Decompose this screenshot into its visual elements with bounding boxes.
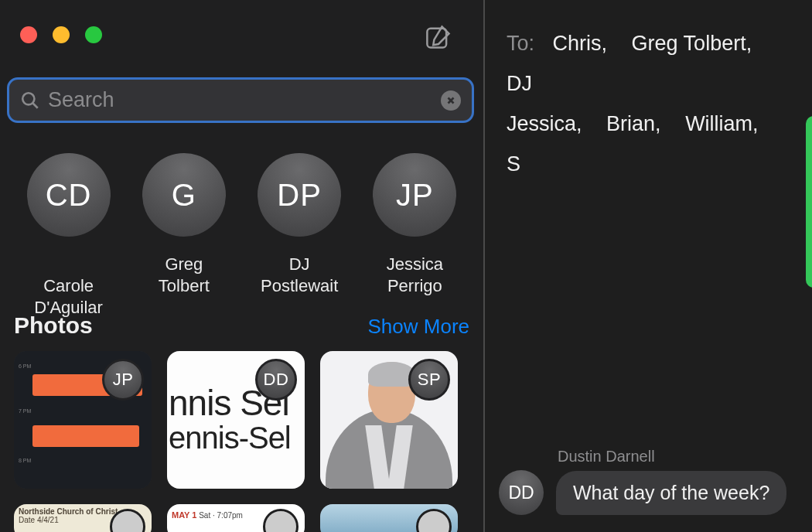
photos-grid: 6 PM 7 PM 8 PM JP nnis Sel ennis-Sel DD [14, 351, 469, 532]
photo-tile[interactable]: MAY 1 Sat · 7:07pm [167, 504, 305, 532]
photo-tile[interactable]: 6 PM 7 PM 8 PM JP [14, 351, 152, 489]
avatar-badge: SP [408, 359, 450, 401]
photo-tile[interactable]: SP [320, 351, 458, 489]
recipient-token[interactable]: Brian, [606, 112, 661, 135]
avatar: DP [258, 153, 341, 237]
window-close-button[interactable] [20, 26, 37, 43]
recipient-token[interactable]: Jessica, [507, 112, 582, 135]
contact-name: GregTolbert [126, 254, 241, 297]
contact-chip[interactable]: JP JessicaPerrigo [357, 153, 473, 319]
sidebar-pane: CD Carole D'Aguilar G GregTolbert DP DJP… [0, 0, 483, 532]
avatar-badge: JP [102, 359, 144, 401]
avatar: G [142, 153, 226, 237]
avatar: JP [373, 153, 456, 237]
clear-search-button[interactable] [441, 90, 461, 111]
show-more-link[interactable]: Show More [368, 315, 470, 339]
avatar-badge: DD [255, 359, 297, 401]
svg-line-2 [32, 103, 38, 108]
contact-chip[interactable]: G GregTolbert [126, 153, 241, 319]
svg-point-1 [22, 93, 34, 104]
recipient-token[interactable]: Greg Tolbert, [632, 32, 752, 55]
contact-chip[interactable]: DP DJPostlewait [242, 153, 357, 319]
window-zoom-button[interactable] [85, 26, 102, 43]
recipient-token[interactable]: DJ [507, 72, 532, 95]
recipient-token[interactable]: Chris, [553, 32, 608, 55]
avatar[interactable]: DD [499, 470, 544, 515]
message-sender-name: Dustin Darnell [558, 448, 812, 466]
contact-name: DJPostlewait [242, 254, 357, 297]
message-bubble[interactable]: What day of the week? [556, 471, 786, 515]
photos-title: Photos [14, 312, 93, 339]
recipients-bar[interactable]: To: Chris, Greg Tolbert, DJ Jessica, Bri… [507, 23, 812, 184]
photo-tile[interactable]: nnis Sel ennis-Sel DD [167, 351, 305, 489]
search-icon [20, 90, 40, 111]
contact-name: Carole D'Aguilar [11, 254, 126, 319]
recipient-token[interactable]: William, [685, 112, 759, 135]
outgoing-message-bubble[interactable] [806, 116, 812, 288]
recipient-token[interactable]: S [507, 152, 520, 176]
compose-button[interactable] [425, 23, 452, 51]
search-input[interactable] [48, 88, 441, 112]
window-controls [20, 26, 102, 43]
photo-tile[interactable] [320, 504, 458, 532]
contact-chip[interactable]: CD Carole D'Aguilar [11, 153, 126, 319]
suggested-contacts-row: CD Carole D'Aguilar G GregTolbert DP DJP… [11, 153, 473, 319]
incoming-message: Dustin Darnell DD What day of the week? [499, 448, 812, 515]
conversation-pane: To: Chris, Greg Tolbert, DJ Jessica, Bri… [483, 0, 812, 532]
search-field[interactable] [7, 77, 474, 123]
contact-name: JessicaPerrigo [357, 254, 473, 297]
to-label: To: [507, 32, 534, 55]
app-window: CD Carole D'Aguilar G GregTolbert DP DJP… [0, 0, 812, 532]
photo-tile[interactable]: Northside Church of Christ Date 4/4/21 [14, 504, 152, 532]
photos-header: Photos Show More [14, 312, 469, 339]
avatar: CD [27, 153, 111, 237]
window-minimize-button[interactable] [53, 26, 70, 43]
